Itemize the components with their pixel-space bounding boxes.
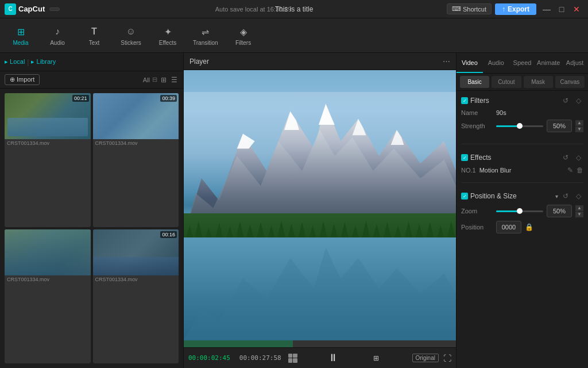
svg-marker-33 bbox=[184, 248, 456, 340]
media-thumbnail: 00:39 bbox=[93, 93, 179, 139]
position-diamond-button[interactable]: ◇ bbox=[573, 191, 583, 201]
left-panel: ▸ Local | ▸ Library ⊕ Import All ⊟ ⊞ ☰ 0… bbox=[0, 53, 184, 368]
minimize-button[interactable]: — bbox=[540, 2, 554, 16]
tool-transition[interactable]: ⇌ Transition bbox=[193, 25, 218, 46]
original-badge: Original bbox=[412, 354, 439, 362]
effects-checkbox[interactable] bbox=[461, 154, 468, 161]
upload-icon: ↑ bbox=[502, 5, 505, 13]
filter-name-value: 90s bbox=[496, 109, 506, 116]
media-grid: 00:21 CRST001334.mov 00:39 CRST001334.mo… bbox=[0, 89, 183, 368]
keyboard-icon: ⌨ bbox=[452, 5, 461, 13]
subtab-mask[interactable]: Mask bbox=[524, 76, 553, 88]
filter-strength-row: Strength 50% ▲ ▼ bbox=[461, 120, 583, 132]
filters-checkbox[interactable] bbox=[461, 97, 468, 104]
media-thumbnail bbox=[5, 229, 91, 275]
tool-text[interactable]: T Text bbox=[83, 25, 106, 46]
right-tabs: Video Audio Speed Animate Adjust bbox=[457, 53, 588, 74]
filter-strength-input[interactable]: 50% bbox=[547, 120, 572, 132]
library-tab[interactable]: ▸ Library bbox=[31, 58, 56, 66]
project-title[interactable]: This is a title bbox=[275, 5, 314, 13]
transition-icon: ⇌ bbox=[199, 25, 212, 39]
filters-diamond-button[interactable]: ◇ bbox=[573, 95, 583, 106]
grid-overlay-button[interactable] bbox=[288, 354, 297, 363]
fullscreen-button[interactable]: ⛶ bbox=[443, 354, 451, 363]
position-input[interactable]: 0000 bbox=[496, 221, 521, 233]
tool-audio-label: Audio bbox=[50, 40, 65, 46]
position-row: Position 0000 🔒 bbox=[461, 221, 583, 233]
zoom-input[interactable]: 50% bbox=[547, 205, 572, 217]
zoom-spinner-down[interactable]: ▼ bbox=[575, 212, 583, 217]
menu-button[interactable] bbox=[49, 7, 60, 11]
media-item[interactable]: 00:21 CRST001334.mov bbox=[5, 93, 91, 227]
slider-thumb[interactable] bbox=[517, 123, 523, 129]
tool-text-label: Text bbox=[89, 40, 99, 46]
media-item[interactable]: 00:39 CRST001334.mov bbox=[93, 93, 179, 227]
tab-adjust[interactable]: Adjust bbox=[562, 53, 588, 73]
media-item[interactable]: CRST001334.mov bbox=[5, 229, 91, 363]
section-divider bbox=[461, 144, 583, 144]
effects-item-row: NO.1 Motion Blur ✎ 🗑 bbox=[461, 166, 583, 174]
media-duration: 00:39 bbox=[160, 95, 177, 102]
subtab-canvas[interactable]: Canvas bbox=[555, 76, 585, 88]
slider-thumb[interactable] bbox=[517, 208, 523, 214]
list-view-button[interactable]: ☰ bbox=[170, 75, 179, 85]
right-subtabs: Basic Cutout Mask Canvas bbox=[457, 74, 588, 91]
total-time: 00:00:27:58 bbox=[239, 354, 281, 362]
fit-screen-button[interactable]: ⊞ bbox=[369, 351, 383, 365]
effects-title: Effects bbox=[470, 154, 558, 162]
tool-filters[interactable]: ◈ Filters bbox=[232, 25, 255, 46]
effects-section-header: Effects ↺ ◇ bbox=[461, 152, 583, 163]
tab-audio[interactable]: Audio bbox=[483, 53, 509, 73]
position-section-header: Position & Size ▾ ↺ ◇ bbox=[461, 191, 583, 201]
effects-reset-button[interactable]: ↺ bbox=[560, 152, 571, 163]
filter-name-label: Name bbox=[461, 109, 493, 116]
close-button[interactable]: ✕ bbox=[570, 2, 583, 16]
play-button[interactable]: ⏸ bbox=[326, 351, 340, 365]
local-tab[interactable]: ▸ Local bbox=[5, 58, 25, 66]
svg-marker-4 bbox=[319, 104, 335, 125]
subtab-basic[interactable]: Basic bbox=[460, 76, 489, 88]
maximize-button[interactable]: □ bbox=[555, 2, 568, 16]
tool-stickers[interactable]: ☺ Stickers bbox=[119, 25, 142, 46]
zoom-slider[interactable] bbox=[496, 210, 543, 212]
autosave-label: Auto save local at 16:30:29 bbox=[64, 6, 442, 13]
tool-effects-label: Effects bbox=[159, 40, 176, 46]
spinner-down[interactable]: ▼ bbox=[575, 126, 583, 132]
filters-title: Filters bbox=[470, 97, 558, 105]
player-menu-button[interactable]: ⋯ bbox=[443, 57, 450, 66]
spinner-up[interactable]: ▲ bbox=[575, 120, 583, 126]
position-expand[interactable]: ▾ bbox=[555, 193, 558, 200]
media-toolbar: ⊕ Import All ⊟ ⊞ ☰ bbox=[0, 71, 183, 89]
tab-speed[interactable]: Speed bbox=[509, 53, 536, 73]
effect-edit-button[interactable]: ✎ bbox=[567, 166, 573, 174]
filters-reset-button[interactable]: ↺ bbox=[560, 95, 571, 106]
player-header: Player ⋯ bbox=[184, 53, 456, 70]
filter-strength-slider[interactable] bbox=[496, 125, 543, 127]
media-filter-all: All bbox=[143, 76, 150, 83]
tool-effects[interactable]: ✦ Effects bbox=[156, 25, 179, 46]
player-scrubber[interactable] bbox=[184, 340, 456, 347]
effects-section: Effects ↺ ◇ NO.1 Motion Blur ✎ 🗑 bbox=[461, 152, 583, 174]
media-filename: CRST001334.mov bbox=[93, 275, 179, 283]
effect-delete-button[interactable]: 🗑 bbox=[577, 166, 583, 174]
zoom-spinner-up[interactable]: ▲ bbox=[575, 205, 583, 211]
right-content: Filters ↺ ◇ Name 90s Strength bbox=[457, 91, 588, 241]
video-frame bbox=[184, 70, 456, 340]
effects-diamond-button[interactable]: ◇ bbox=[573, 152, 583, 163]
import-button[interactable]: ⊕ Import bbox=[5, 74, 40, 85]
shortcut-button[interactable]: ⌨ Shortcut bbox=[447, 3, 492, 14]
right-panel: Video Audio Speed Animate Adjust Basic C… bbox=[456, 53, 588, 368]
tab-video[interactable]: Video bbox=[457, 53, 483, 73]
tool-transition-label: Transition bbox=[193, 40, 218, 46]
grid-view-button[interactable]: ⊞ bbox=[160, 75, 168, 85]
tool-media[interactable]: ⊞ Media bbox=[9, 25, 32, 46]
tab-animate[interactable]: Animate bbox=[535, 53, 562, 73]
position-reset-button[interactable]: ↺ bbox=[560, 191, 571, 201]
export-button[interactable]: ↑ Export bbox=[495, 3, 536, 15]
subtab-cutout[interactable]: Cutout bbox=[492, 76, 521, 88]
media-item[interactable]: 00:16 CRST001334.mov bbox=[93, 229, 179, 363]
tool-audio[interactable]: ♪ Audio bbox=[46, 25, 69, 46]
position-checkbox[interactable] bbox=[461, 193, 468, 200]
effects-actions: ↺ ◇ bbox=[560, 152, 583, 163]
text-icon: T bbox=[87, 25, 101, 39]
